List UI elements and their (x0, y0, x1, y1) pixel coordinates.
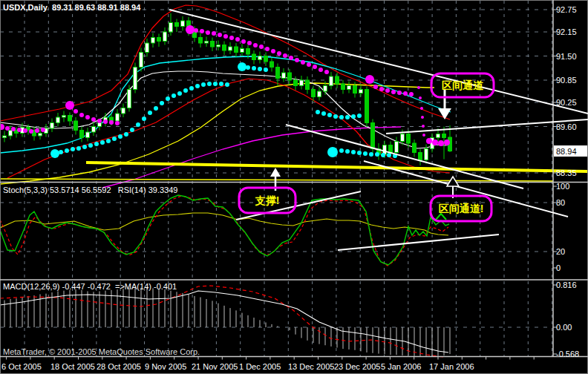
candle-body (241, 49, 244, 53)
candle-body (98, 123, 102, 127)
sar-dot-magenta (200, 29, 204, 33)
sar-dot-magenta (301, 60, 305, 65)
candle-body (128, 90, 131, 108)
candle-body (92, 127, 96, 133)
candle-body (294, 80, 298, 86)
sar-dot-cyan (82, 145, 87, 149)
date-axis-label: 6 Oct 2005 (1, 362, 42, 371)
macd-signal-line (0, 286, 443, 357)
price-axis-label: 90.85 (556, 76, 577, 85)
fractal-up-caret[interactable] (436, 214, 446, 220)
candle-body (419, 153, 422, 160)
stochastic-rsi-panel[interactable] (0, 195, 449, 266)
annotation-box-text[interactable]: 区间通道! (439, 203, 484, 214)
sar-dot-cyan (345, 115, 350, 119)
candle-body (413, 143, 416, 153)
candle-body (425, 149, 428, 160)
sar-dot-cyan (172, 94, 176, 98)
candle-body (288, 73, 292, 80)
candle-body (175, 23, 179, 27)
annotation-objects[interactable]: 区间通道支撑!区间通道! (169, 10, 588, 250)
sar-dot-cyan (381, 153, 385, 157)
sar-dot-cyan (238, 62, 246, 71)
rsi-line (0, 213, 448, 235)
price-axis-label: 88.35 (556, 168, 577, 177)
sar-dot-magenta (324, 70, 329, 74)
sar-dot-cyan (142, 117, 146, 121)
sar-dot-magenta (419, 96, 422, 99)
sar-dot-cyan (100, 140, 105, 145)
sar-dot-cyan (130, 128, 134, 132)
candle-body (122, 108, 125, 114)
sar-dot-magenta (97, 119, 102, 123)
sar-dot-cyan (59, 150, 63, 154)
candle-body (252, 54, 256, 60)
sar-dot-cyan (207, 82, 212, 86)
sar-dot-magenta (103, 119, 108, 124)
candle-body (324, 86, 327, 92)
candle-body (74, 121, 78, 131)
trendline-white[interactable] (169, 10, 588, 114)
sar-dot-magenta (397, 91, 402, 95)
support-line-thin-yellow[interactable] (0, 179, 553, 181)
sar-dot-cyan (225, 82, 229, 87)
sar-dot-magenta (109, 120, 114, 125)
metatrader-chart-window: 92.7592.1591.5090.8590.2589.6088.3588.94… (0, 0, 588, 374)
candle-body (116, 114, 120, 121)
sar-dot-magenta (41, 128, 45, 132)
macd-panel[interactable] (0, 286, 450, 357)
sar-dot-magenta (417, 86, 420, 89)
candle-body (181, 21, 185, 27)
candle-body (330, 76, 333, 86)
stoch-main-line (0, 195, 449, 265)
sar-dot-magenta (253, 43, 258, 47)
candle-body (395, 142, 399, 153)
candle-body (211, 42, 215, 47)
up-arrow-head-hollow[interactable] (447, 177, 459, 186)
sar-dot-magenta (212, 31, 216, 36)
down-arrow-head[interactable] (438, 108, 451, 119)
candle-body (199, 38, 203, 44)
candle-body (276, 68, 280, 79)
date-axis-label: 9 Nov 2005 (145, 362, 186, 371)
sar-dot-cyan (339, 148, 344, 153)
sar-dot-magenta (223, 34, 228, 39)
annotation-box-text[interactable]: 区间通道 (442, 79, 484, 91)
annotation-box-text[interactable]: 支撑! (255, 194, 280, 206)
trendline-white[interactable] (338, 234, 499, 250)
sar-dot-magenta (409, 92, 414, 96)
sar-dot-magenta (218, 33, 222, 37)
candle-body (169, 23, 173, 33)
sar-dot-cyan (258, 67, 262, 71)
macd-axis-label: -0.568 (556, 350, 579, 358)
sar-dot-cyan (246, 65, 250, 70)
up-arrow-head[interactable] (270, 168, 281, 177)
candle-body (312, 90, 316, 97)
candle-body (407, 134, 411, 144)
sar-dot-cyan (252, 66, 256, 70)
sar-dot-magenta (29, 129, 33, 134)
sar-dot-magenta (79, 113, 84, 117)
ma-magenta-line (102, 127, 401, 188)
date-axis-label: 13 Dec 2005 (288, 362, 334, 371)
sar-dot-magenta (115, 121, 120, 125)
sar-dot-cyan (201, 82, 206, 87)
sar-dot-magenta (271, 49, 275, 53)
sar-dot-magenta (295, 58, 299, 62)
sar-dot-magenta (186, 25, 195, 34)
main-price-panel[interactable] (0, 5, 588, 188)
candle-body (50, 123, 54, 129)
sar-dot-magenta (91, 117, 96, 122)
copyright-text: MetaTrader, © 2001-2005 MetaQuotes Softw… (3, 347, 200, 357)
candle-body (217, 45, 220, 47)
sar-dot-magenta (65, 101, 74, 110)
sar-dot-magenta (307, 62, 311, 67)
sar-dot-cyan (316, 110, 320, 114)
sar-dot-cyan (327, 147, 338, 157)
candle-body (371, 123, 375, 149)
macd-indicator-label: MACD(12,26,9) -0.447 -0.472 =>MA(14) -0.… (3, 282, 177, 292)
candle-body (401, 134, 405, 142)
candle-body (258, 56, 262, 60)
date-axis-label: 28 Oct 2005 (97, 362, 141, 371)
candle-body (365, 90, 369, 123)
